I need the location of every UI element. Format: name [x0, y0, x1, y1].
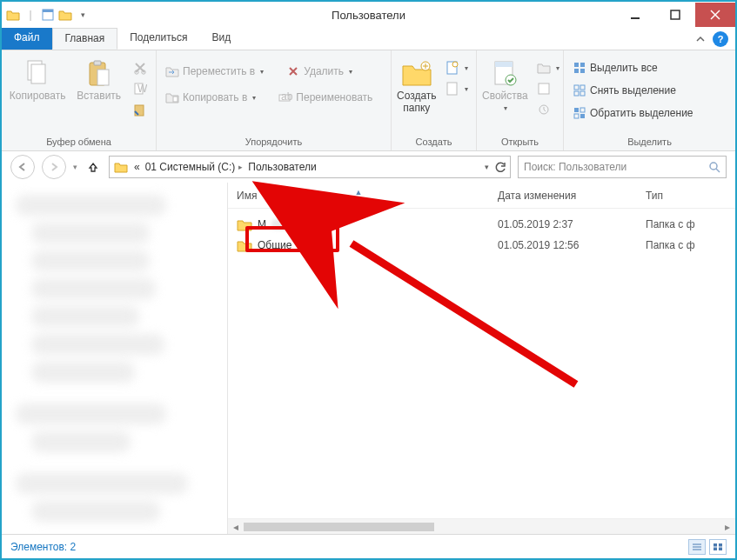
- svg-line-41: [716, 169, 720, 172]
- ribbon-group-label: Упорядочить: [157, 137, 391, 150]
- svg-text:W: W: [137, 83, 147, 95]
- breadcrumb-drive[interactable]: 01 Системный (C:)▸: [145, 161, 244, 173]
- open-button[interactable]: ▾: [533, 59, 563, 77]
- title-bar: | ▾ Пользователи: [2, 2, 735, 28]
- main-area: Имя ▲ Дата изменения Тип M 01.05.2019 2:…: [2, 183, 735, 534]
- breadcrumb-truncate[interactable]: «: [134, 161, 140, 173]
- column-type[interactable]: Тип: [637, 190, 735, 202]
- new-folder-icon[interactable]: [57, 7, 73, 23]
- column-headers: Имя ▲ Дата изменения Тип: [228, 183, 735, 209]
- nav-forward-button[interactable]: [42, 155, 66, 179]
- select-all-button[interactable]: Выделить все: [569, 59, 661, 77]
- list-item[interactable]: Общие 01.05.2019 12:56 Папка с ф: [228, 235, 735, 256]
- search-box[interactable]: [518, 156, 727, 178]
- quick-access-toolbar: | ▾: [2, 7, 90, 23]
- address-dropdown-icon[interactable]: ▾: [485, 163, 489, 171]
- ribbon-group-new: Создать папку ▾ ▾ Создать: [392, 50, 477, 150]
- nav-back-button[interactable]: [10, 155, 35, 179]
- copy-path-button[interactable]: W: [130, 80, 151, 97]
- tabs-right: ?: [693, 28, 735, 50]
- column-date[interactable]: Дата изменения: [489, 190, 637, 202]
- rename-icon: ab: [278, 90, 292, 104]
- ribbon-group-label: Открыть: [477, 137, 563, 150]
- minimize-button[interactable]: [615, 3, 655, 27]
- svg-rect-32: [574, 85, 579, 90]
- status-item-count: Элементов: 2: [10, 541, 76, 553]
- file-list[interactable]: M 01.05.2019 2:37 Папка с ф Общие 01.05.…: [228, 209, 735, 518]
- item-name-label: Общие: [258, 239, 291, 251]
- properties-icon[interactable]: [40, 7, 56, 23]
- svg-rect-26: [539, 83, 549, 94]
- details-view-button[interactable]: [688, 539, 706, 555]
- svg-rect-3: [671, 10, 680, 19]
- list-item[interactable]: M 01.05.2019 2:37 Папка с ф: [228, 214, 735, 235]
- scroll-thumb[interactable]: [244, 523, 434, 531]
- open-icon: [537, 61, 551, 75]
- nav-up-button[interactable]: [84, 155, 102, 179]
- file-list-pane: Имя ▲ Дата изменения Тип M 01.05.2019 2:…: [228, 183, 735, 534]
- svg-rect-7: [31, 64, 45, 83]
- cut-button[interactable]: [130, 59, 151, 77]
- svg-rect-36: [574, 108, 579, 112]
- edit-button[interactable]: [533, 80, 563, 97]
- rename-button[interactable]: ab Переименовать: [275, 89, 376, 106]
- large-icons-view-button[interactable]: [709, 539, 727, 555]
- breadcrumb-folder[interactable]: Пользователи: [248, 161, 316, 173]
- address-bar[interactable]: « 01 Системный (C:)▸ Пользователи ▾: [109, 156, 511, 178]
- paste-icon: [84, 57, 115, 89]
- item-type-label: Папка с ф: [637, 239, 735, 251]
- item-date-label: 01.05.2019 12:56: [489, 239, 637, 251]
- qat-dropdown-icon[interactable]: ▾: [75, 7, 90, 23]
- tab-share[interactable]: Поделиться: [117, 28, 199, 50]
- delete-button[interactable]: Удалить▾: [283, 63, 356, 80]
- properties-button[interactable]: Свойства ▾: [482, 54, 528, 112]
- view-switcher: [688, 539, 727, 555]
- tab-view[interactable]: Вид: [199, 28, 243, 50]
- properties-icon: [489, 57, 520, 89]
- refresh-button[interactable]: [494, 161, 506, 173]
- svg-rect-22: [447, 83, 457, 95]
- maximize-button[interactable]: [655, 3, 695, 27]
- new-small-col: ▾ ▾: [442, 54, 472, 97]
- divider-icon: |: [23, 7, 38, 23]
- help-icon[interactable]: ?: [713, 31, 728, 47]
- window-controls: [615, 3, 735, 27]
- paste-button[interactable]: Вставить: [73, 54, 124, 103]
- new-item-button[interactable]: ▾: [442, 59, 472, 77]
- invert-selection-button[interactable]: Обратить выделение: [569, 104, 697, 122]
- delete-icon: [286, 64, 300, 78]
- nav-recent-dropdown[interactable]: ▾: [73, 163, 77, 171]
- select-none-icon: [573, 83, 586, 97]
- ribbon: Копировать Вставить W Буфер обмена: [2, 50, 735, 151]
- svg-rect-34: [574, 91, 579, 96]
- copy-to-button[interactable]: Копировать в▾: [162, 89, 259, 106]
- explorer-window: | ▾ Пользователи Файл Главная Поделить: [0, 0, 737, 560]
- svg-rect-15: [135, 105, 144, 116]
- ribbon-collapse-icon[interactable]: [693, 32, 707, 46]
- svg-rect-37: [580, 108, 585, 112]
- svg-rect-29: [580, 63, 585, 67]
- svg-rect-46: [719, 543, 722, 547]
- easy-access-button[interactable]: ▾: [442, 80, 472, 97]
- scroll-track[interactable]: [244, 523, 720, 531]
- paste-shortcut-button[interactable]: [130, 101, 151, 118]
- ribbon-group-select: Выделить все Снять выделение Обратить вы…: [564, 50, 735, 150]
- horizontal-scrollbar[interactable]: ◂ ▸: [228, 518, 735, 534]
- history-button[interactable]: [533, 101, 563, 118]
- new-folder-button[interactable]: Создать папку: [397, 54, 437, 115]
- tab-file[interactable]: Файл: [2, 28, 52, 50]
- history-icon: [537, 103, 551, 117]
- search-input[interactable]: [524, 161, 720, 173]
- move-to-button[interactable]: Переместить в▾: [162, 63, 267, 80]
- close-button[interactable]: [695, 3, 735, 27]
- copy-path-icon: W: [133, 82, 147, 96]
- scroll-left-icon[interactable]: ◂: [228, 520, 244, 534]
- paste-shortcut-icon: [133, 103, 147, 117]
- select-none-button[interactable]: Снять выделение: [569, 82, 680, 99]
- tab-home[interactable]: Главная: [52, 28, 118, 50]
- copy-button[interactable]: Копировать: [7, 54, 68, 103]
- scroll-right-icon[interactable]: ▸: [720, 520, 735, 534]
- navigation-pane[interactable]: [2, 183, 228, 534]
- column-name[interactable]: Имя ▲: [228, 190, 489, 202]
- svg-rect-35: [580, 91, 585, 96]
